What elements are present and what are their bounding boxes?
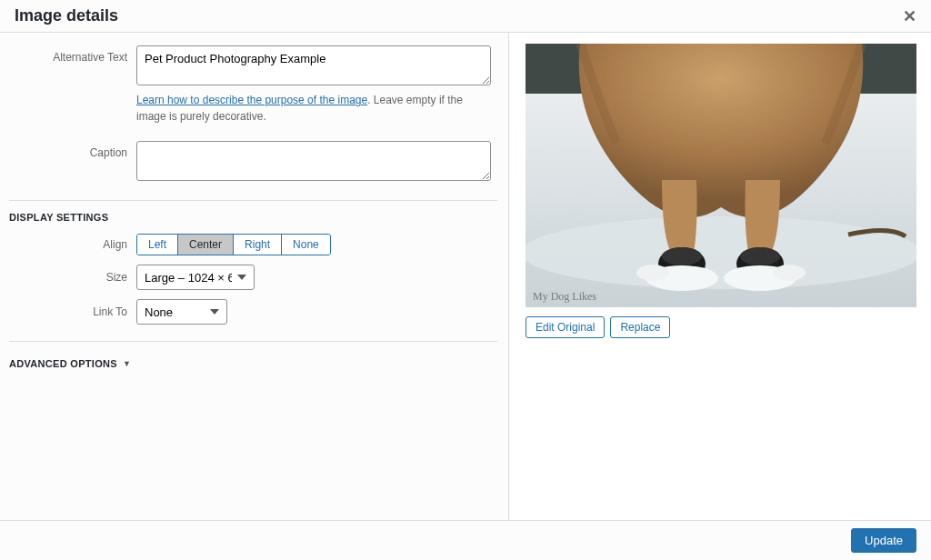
size-label: Size	[9, 271, 136, 284]
preview-svg: My Dog Likes	[526, 44, 916, 307]
modal-body: Alternative Text Learn how to describe t…	[0, 33, 931, 520]
chevron-down-icon: ▼	[123, 359, 131, 368]
align-button-group: Left Center Right None	[136, 234, 331, 255]
size-select[interactable]: Large – 1024 × 683	[136, 265, 255, 290]
close-icon: ✕	[903, 7, 916, 25]
svg-point-6	[740, 247, 780, 265]
caption-input[interactable]	[136, 141, 491, 181]
linkto-row: Link To None	[9, 297, 497, 326]
svg-point-9	[636, 265, 669, 281]
align-label: Align	[9, 238, 136, 251]
svg-point-2	[526, 216, 916, 289]
settings-panel: Alternative Text Learn how to describe t…	[0, 33, 509, 520]
divider	[9, 200, 497, 201]
alt-text-label: Alternative Text	[9, 45, 136, 64]
modal-header: Image details ✕	[0, 0, 931, 33]
preview-panel: My Dog Likes Edit Original Replace	[509, 33, 931, 520]
align-none-button[interactable]: None	[281, 235, 330, 255]
alt-text-input[interactable]	[136, 45, 491, 85]
divider-2	[9, 341, 497, 342]
replace-button[interactable]: Replace	[610, 316, 670, 338]
alt-help-link[interactable]: Learn how to describe the purpose of the…	[136, 94, 367, 106]
modal-footer: Update	[0, 520, 931, 560]
advanced-options-label: ADVANCED OPTIONS	[9, 358, 117, 369]
image-preview: My Dog Likes	[526, 44, 916, 307]
svg-point-5	[662, 247, 702, 265]
display-settings-heading: DISPLAY SETTINGS	[9, 212, 497, 223]
modal-title: Image details	[15, 6, 118, 25]
watermark-text: My Dog Likes	[533, 290, 596, 303]
edit-original-button[interactable]: Edit Original	[526, 316, 605, 338]
alt-text-row: Alternative Text Learn how to describe t…	[9, 44, 497, 126]
align-center-button[interactable]: Center	[177, 235, 233, 255]
linkto-select[interactable]: None	[136, 299, 227, 325]
image-details-modal: Image details ✕ Alternative Text Learn h…	[0, 0, 931, 560]
align-left-button[interactable]: Left	[137, 235, 177, 255]
close-button[interactable]: ✕	[903, 8, 916, 25]
linkto-label: Link To	[9, 305, 136, 318]
caption-row: Caption	[9, 139, 497, 185]
svg-point-10	[773, 265, 806, 281]
image-actions: Edit Original Replace	[526, 316, 920, 338]
size-row: Size Large – 1024 × 683	[9, 263, 497, 292]
advanced-options-toggle[interactable]: ADVANCED OPTIONS ▼	[9, 358, 131, 369]
alt-help-text: Learn how to describe the purpose of the…	[136, 92, 491, 125]
caption-label: Caption	[9, 141, 136, 159]
update-button[interactable]: Update	[851, 528, 916, 553]
align-row: Align Left Center Right None	[9, 232, 497, 257]
align-right-button[interactable]: Right	[233, 235, 281, 255]
